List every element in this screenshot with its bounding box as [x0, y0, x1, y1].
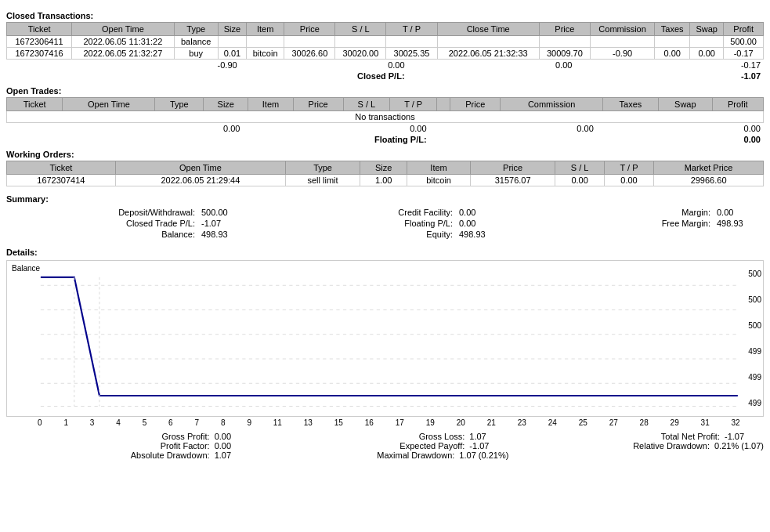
col-ticket: Ticket: [7, 23, 72, 36]
totals-row: 0.00 0.00 0.00 0.00: [6, 123, 764, 134]
col-market-price: Market Price: [654, 161, 764, 175]
summary-col3: Margin: 0.00 Free Margin: 498.93: [522, 207, 764, 240]
open-trades-totals: 0.00 0.00 0.00 0.00 Floating P/L: 0.00: [6, 123, 764, 145]
stats-grid: Gross Profit: 0.00 Profit Factor: 0.00 A…: [6, 432, 764, 460]
col-swap: Swap: [690, 23, 724, 36]
totals-row: -0.90 0.00 0.00 -0.17: [6, 60, 764, 71]
col-type: Type: [155, 98, 204, 111]
col-price: Price: [470, 161, 555, 175]
col-price: Price: [284, 23, 335, 36]
col-type: Type: [286, 161, 360, 175]
stats-col1: Gross Profit: 0.00 Profit Factor: 0.00 A…: [6, 432, 254, 460]
closed-trade-pl-row: Closed Trade P/L: -1.07: [6, 218, 248, 229]
maximal-drawdown-row: Maximal Drawdown: 1.07 (0.21%): [262, 451, 509, 460]
equity-row: Equity: 498.93: [264, 229, 506, 240]
gross-profit-row: Gross Profit: 0.00: [6, 432, 254, 441]
no-transactions-row: No transactions: [7, 111, 764, 123]
free-margin-row: Free Margin: 498.93: [522, 218, 764, 229]
col-item: Item: [248, 98, 293, 111]
col-swap: Swap: [658, 98, 712, 111]
closed-transactions-totals: -0.90 0.00 0.00 -0.17 Closed P/L: -1.07: [6, 60, 764, 81]
col-ticket: Ticket: [7, 98, 63, 111]
closed-transactions-table: Ticket Open Time Type Size Item Price S …: [6, 22, 764, 60]
col-ticket: Ticket: [7, 161, 116, 175]
summary-col2: Credit Facility: 0.00 Floating P/L: 0.00…: [264, 207, 506, 240]
gross-loss-row: Gross Loss: 1.07: [262, 432, 509, 441]
col-taxes: Taxes: [655, 23, 690, 36]
working-orders-title: Working Orders:: [6, 150, 764, 159]
table-row: 1672306411 2022.06.05 11:31:22 balance 5…: [7, 36, 764, 48]
col-commission: Commission: [590, 23, 654, 36]
col-price2: Price: [450, 98, 501, 111]
closed-pl-row: Closed P/L: -1.07: [6, 71, 764, 81]
stats-col2: Gross Loss: 1.07 Expected Payoff: -1.07 …: [262, 432, 509, 460]
relative-drawdown-row: Relative Drawdown: 0.21% (1.07): [516, 441, 764, 451]
col-profit: Profit: [712, 98, 763, 111]
col-price: Price: [293, 98, 343, 111]
absolute-drawdown-row: Absolute Drawdown: 1.07: [6, 451, 254, 460]
col-item: Item: [246, 23, 284, 36]
col-close-time: Close Time: [437, 23, 539, 36]
details-title: Details:: [6, 248, 764, 257]
col-tp: T / P: [386, 23, 437, 36]
col-tp: T / P: [604, 161, 653, 175]
total-net-profit-row: Total Net Profit: -1.07: [516, 432, 764, 441]
profit-factor-row: Profit Factor: 0.00: [6, 441, 254, 451]
table-row: 1672307414 2022.06.05 21:29:44 sell limi…: [7, 175, 764, 186]
floating-pl-row: Floating P/L: 0.00: [6, 134, 764, 145]
chart-label: Balance: [12, 264, 40, 273]
col-sl: S / L: [343, 98, 389, 111]
deposit-row: Deposit/Withdrawal: 500.00: [6, 207, 248, 218]
col-close-price: Price: [539, 23, 590, 36]
summary-title: Summary:: [6, 194, 764, 204]
floating-pl-row: Floating P/L: 0.00: [264, 218, 506, 229]
margin-row: Margin: 0.00: [522, 207, 764, 218]
col-size: Size: [360, 161, 407, 175]
balance-row: Balance: 498.93: [6, 229, 248, 240]
balance-chart: Balance 500 500 500 499 499 499: [6, 260, 764, 417]
col-size: Size: [204, 98, 248, 111]
col-tp: T / P: [390, 98, 437, 111]
col-open-time: Open Time: [63, 98, 155, 111]
closed-transactions-title: Closed Transactions:: [6, 11, 764, 20]
credit-facility-row: Credit Facility: 0.00: [264, 207, 506, 218]
chart-y-labels: 500 500 500 499 499 499: [748, 261, 761, 416]
col-profit: Profit: [724, 23, 764, 36]
table-row: 1672307416 2022.06.05 21:32:27 buy 0.01 …: [7, 48, 764, 60]
open-trades-title: Open Trades:: [6, 86, 764, 96]
col-open-time: Open Time: [115, 161, 285, 175]
col-sl: S / L: [555, 161, 605, 175]
col-type: Type: [174, 23, 218, 36]
chart-svg: [7, 261, 763, 416]
stats-col3: Total Net Profit: -1.07 Relative Drawdow…: [516, 432, 764, 460]
summary-col1: Deposit/Withdrawal: 500.00 Closed Trade …: [6, 207, 248, 240]
col-commission: Commission: [501, 98, 603, 111]
col-size: Size: [218, 23, 246, 36]
open-trades-table: Ticket Open Time Type Size Item Price S …: [6, 97, 764, 123]
working-orders-table: Ticket Open Time Type Size Item Price S …: [6, 161, 764, 186]
chart-x-labels: 0 1 3 4 5 6 7 8 9 11 13 15 16 17 19 20 2…: [6, 417, 764, 427]
col-item: Item: [407, 161, 471, 175]
col-empty: [437, 98, 450, 111]
col-open-time: Open Time: [72, 23, 174, 36]
summary-grid: Deposit/Withdrawal: 500.00 Closed Trade …: [6, 207, 764, 240]
col-taxes: Taxes: [603, 98, 659, 111]
expected-payoff-row: Expected Payoff: -1.07: [262, 441, 509, 451]
col-sl: S / L: [335, 23, 386, 36]
